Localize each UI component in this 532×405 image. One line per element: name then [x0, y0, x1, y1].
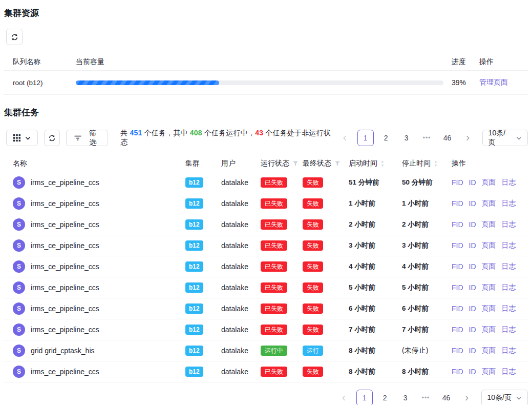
- page-ellipsis[interactable]: •••: [418, 390, 434, 405]
- page-button-46[interactable]: 46: [439, 130, 456, 146]
- id-link[interactable]: ID: [469, 178, 476, 187]
- run-status-header[interactable]: 运行状态: [261, 159, 303, 168]
- fid-link[interactable]: FID: [452, 326, 463, 334]
- id-link[interactable]: ID: [469, 262, 476, 271]
- stop-time: 8 小时前: [402, 367, 452, 376]
- manage-page-link[interactable]: 管理页面: [479, 78, 508, 86]
- next-page-button[interactable]: [460, 130, 476, 146]
- page-link[interactable]: 页面: [482, 178, 496, 187]
- task-summary: 共 451 个任务，其中 408 个任务运行中，43 个任务处于非运行状态: [120, 129, 337, 147]
- fid-link[interactable]: FID: [452, 368, 463, 376]
- page-button-2[interactable]: 2: [377, 390, 393, 405]
- prev-page-button[interactable]: [337, 130, 353, 146]
- user-name: datalake: [221, 199, 261, 208]
- stop-time: 2 小时前: [402, 220, 452, 229]
- fid-link[interactable]: FID: [452, 178, 463, 187]
- summary-text: 个任务运行中，: [202, 129, 256, 137]
- log-link[interactable]: 日志: [502, 325, 516, 334]
- run-status-badge: 已失败: [261, 282, 287, 293]
- log-link[interactable]: 日志: [502, 346, 516, 355]
- cluster-tag: b12: [185, 240, 203, 251]
- table-row: S irms_ce_pipeline_ccs b12 datalake 已失败 …: [4, 361, 528, 382]
- filter-button[interactable]: 筛选: [66, 130, 108, 146]
- page-button-1[interactable]: 1: [357, 130, 374, 146]
- page-button-2[interactable]: 2: [378, 130, 394, 146]
- task-name: irms_ce_pipeline_ccs: [31, 326, 99, 334]
- table-row: S irms_ce_pipeline_ccs b12 datalake 已失败 …: [4, 235, 528, 256]
- page-button-46[interactable]: 46: [438, 390, 455, 405]
- row-actions: FIDID页面日志: [452, 199, 519, 208]
- log-link[interactable]: 日志: [502, 178, 516, 187]
- user-name: datalake: [221, 262, 261, 271]
- final-status-badge: 失败: [303, 282, 323, 293]
- column-settings-dropdown-button[interactable]: [6, 130, 38, 146]
- spark-avatar: S: [13, 302, 25, 315]
- page-link[interactable]: 页面: [482, 283, 496, 292]
- filter-funnel-icon[interactable]: [334, 160, 341, 167]
- run-status-badge: 运行中: [261, 346, 287, 356]
- spark-avatar: S: [13, 323, 25, 336]
- fid-link[interactable]: FID: [452, 262, 463, 271]
- log-link[interactable]: 日志: [502, 199, 516, 208]
- final-status-header-label: 最终状态: [303, 159, 331, 168]
- page-link[interactable]: 页面: [482, 304, 496, 313]
- log-link[interactable]: 日志: [502, 304, 516, 313]
- id-link[interactable]: ID: [469, 305, 476, 313]
- next-page-button[interactable]: [459, 390, 475, 405]
- id-link[interactable]: ID: [469, 347, 476, 355]
- page-button-1[interactable]: 1: [356, 390, 373, 405]
- id-link[interactable]: ID: [469, 368, 476, 376]
- cluster-tasks-title: 集群任务: [4, 95, 528, 118]
- page-size-select[interactable]: 10条/页: [481, 390, 528, 405]
- id-link[interactable]: ID: [469, 284, 476, 292]
- sorter-icon[interactable]: [380, 160, 385, 167]
- spark-avatar: S: [13, 176, 25, 189]
- log-link[interactable]: 日志: [502, 367, 516, 376]
- page-link[interactable]: 页面: [482, 241, 496, 250]
- start-time: 6 小时前: [349, 304, 402, 313]
- id-link[interactable]: ID: [469, 241, 476, 250]
- page-button-3[interactable]: 3: [398, 130, 415, 146]
- spark-avatar: S: [13, 260, 25, 273]
- log-link[interactable]: 日志: [502, 262, 516, 271]
- page-link[interactable]: 页面: [482, 199, 496, 208]
- id-link[interactable]: ID: [469, 326, 476, 334]
- log-link[interactable]: 日志: [502, 220, 516, 229]
- final-status-badge: 失败: [303, 303, 323, 314]
- page-link[interactable]: 页面: [482, 220, 496, 229]
- stop-time-header[interactable]: 停止时间: [402, 159, 452, 168]
- page-link[interactable]: 页面: [482, 367, 496, 376]
- log-link[interactable]: 日志: [502, 241, 516, 250]
- fid-link[interactable]: FID: [452, 305, 463, 313]
- page-button-3[interactable]: 3: [397, 390, 414, 405]
- table-row: S irms_ce_pipeline_ccs b12 datalake 已失败 …: [4, 172, 528, 193]
- page-ellipsis[interactable]: •••: [419, 130, 435, 146]
- running-count: 408: [190, 129, 202, 137]
- tasks-refresh-button[interactable]: [44, 130, 60, 146]
- prev-page-button[interactable]: [336, 390, 352, 405]
- final-status-header[interactable]: 最终状态: [303, 159, 349, 168]
- sorter-icon[interactable]: [434, 160, 438, 167]
- start-time-header[interactable]: 启动时间: [349, 159, 402, 168]
- fid-link[interactable]: FID: [452, 199, 463, 208]
- fid-link[interactable]: FID: [452, 220, 463, 229]
- page-link[interactable]: 页面: [482, 262, 496, 271]
- user-name: datalake: [221, 305, 261, 313]
- task-table-header: 名称 集群 用户 运行状态 最终状态 启动时间: [4, 155, 528, 172]
- filter-funnel-icon[interactable]: [292, 160, 299, 167]
- chevron-down-icon: [516, 135, 522, 141]
- task-name: irms_ce_pipeline_ccs: [31, 178, 99, 187]
- final-status-badge: 失败: [303, 261, 323, 272]
- fid-link[interactable]: FID: [452, 347, 463, 355]
- page-size-select[interactable]: 10条/页: [482, 130, 528, 146]
- page-link[interactable]: 页面: [482, 325, 496, 334]
- fid-link[interactable]: FID: [452, 284, 463, 292]
- log-link[interactable]: 日志: [502, 283, 516, 292]
- id-link[interactable]: ID: [469, 199, 476, 208]
- page-link[interactable]: 页面: [482, 346, 496, 355]
- resources-table-header: 队列名称 当前容量 进度 操作: [4, 53, 528, 71]
- id-link[interactable]: ID: [469, 220, 476, 229]
- user-name: datalake: [221, 178, 261, 187]
- resources-refresh-button[interactable]: [6, 29, 23, 45]
- fid-link[interactable]: FID: [452, 241, 463, 250]
